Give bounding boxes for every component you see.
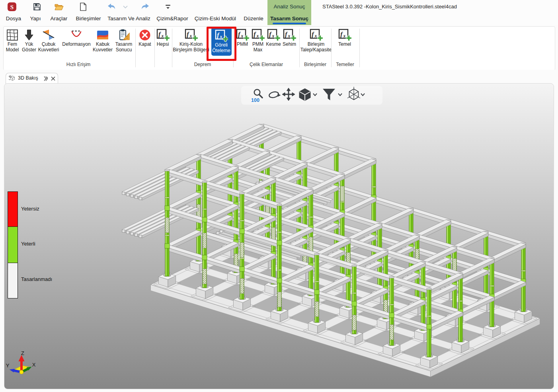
ribbon-button-label: ÇubukKuvvetleri bbox=[37, 42, 60, 53]
ribbon-button-label: PMMMax bbox=[250, 42, 266, 53]
ribbon-button-fem-model[interactable]: FemModel bbox=[3, 28, 21, 53]
tab-3d-view[interactable]: 3D Bakış bbox=[6, 73, 58, 84]
ribbon-button-label: KabukKuvvetler bbox=[91, 42, 115, 53]
ribbon-button-kabuk-kuvvetler[interactable]: KabukKuvvetler bbox=[91, 28, 115, 53]
new-file-icon[interactable] bbox=[78, 2, 89, 12]
active-tab-underline bbox=[273, 23, 306, 24]
svg-text:x: x bbox=[241, 33, 244, 38]
fx-add-icon: fx bbox=[251, 28, 265, 42]
ribbon-group-separator bbox=[299, 29, 300, 67]
svg-text:f: f bbox=[340, 31, 343, 38]
svg-text:f: f bbox=[312, 31, 314, 38]
fx-add-icon: fx bbox=[283, 28, 296, 42]
display-mode-dropdown-icon[interactable] bbox=[313, 94, 317, 96]
window-title: STASteel 3.0.392 -Kolon_Kiris_SismikKont… bbox=[322, 4, 457, 10]
ribbon-button-çubuk-kuvvetleri[interactable]: ÇubukKuvvetleri bbox=[37, 28, 60, 53]
ribbon-group-separator bbox=[359, 29, 360, 67]
fx-add-icon: fx bbox=[267, 28, 280, 42]
fx-add-icon: fx bbox=[338, 28, 351, 42]
ribbon-group-label: Deprem bbox=[171, 62, 234, 67]
load-show-icon bbox=[22, 28, 36, 42]
ribbon-button-label: Kiriş-KolonBirşleşim Bölgesi bbox=[172, 42, 211, 53]
highlight-annotation-box bbox=[207, 27, 236, 61]
tab-3d-view-label: 3D Bakış bbox=[18, 75, 38, 81]
svg-text:x: x bbox=[189, 33, 192, 38]
result-mode-tabs: Analiz SonuçTasarım Sonuç bbox=[267, 0, 311, 25]
ribbon-button-label: TasarımSonucu bbox=[113, 42, 135, 53]
z-axis-label: Z bbox=[21, 350, 24, 356]
ribbon-button-pmm-max[interactable]: fxPMMMax bbox=[250, 28, 266, 53]
redo-icon[interactable] bbox=[140, 2, 150, 12]
ribbon-group-label: Temeller bbox=[313, 62, 377, 67]
ribbon-button-kesme[interactable]: fxKesme bbox=[265, 28, 282, 47]
ribbon-button-yük-göster[interactable]: YükGöster bbox=[20, 28, 38, 53]
view-orientation-cube-icon[interactable] bbox=[347, 87, 360, 100]
undo-dropdown-icon[interactable] bbox=[123, 2, 133, 12]
legend-label-3: Tasarlanmadı bbox=[21, 276, 52, 282]
y-axis-arrow bbox=[10, 369, 15, 372]
ribbon-button-kapat[interactable]: Kapat bbox=[136, 28, 154, 47]
zoom-level-label: 100 bbox=[251, 98, 259, 103]
fx-add-icon: fx bbox=[236, 28, 249, 42]
ribbon-button-deformasyon[interactable]: Deformasyon bbox=[60, 28, 92, 47]
svg-text:x: x bbox=[161, 33, 164, 38]
display-mode-cube-icon[interactable] bbox=[299, 88, 311, 101]
legend-segment-1 bbox=[8, 192, 18, 226]
open-folder-icon[interactable] bbox=[54, 2, 64, 12]
legend-segment-2 bbox=[8, 226, 18, 263]
ribbon-group-label: Hızlı Erişim bbox=[47, 62, 110, 67]
viewport-toolbar: 100 bbox=[241, 86, 382, 105]
legend-color-bar bbox=[8, 191, 18, 298]
zoom-100-icon[interactable]: 100 bbox=[251, 90, 262, 103]
ribbon-button-hepsi[interactable]: fxHepsi bbox=[154, 28, 172, 47]
3d-view-icon bbox=[9, 75, 16, 82]
undo-icon[interactable] bbox=[106, 2, 117, 12]
design-result-icon bbox=[117, 28, 131, 42]
ribbon-button-label: Deformasyon bbox=[60, 42, 92, 47]
app-logo-icon[interactable]: S bbox=[7, 2, 18, 12]
tab-pin-icon[interactable] bbox=[44, 76, 49, 81]
result-tab-1[interactable]: Analiz Sonuç bbox=[267, 4, 311, 10]
ribbon-button-label: Kesme bbox=[265, 42, 282, 47]
x-axis-label: X bbox=[32, 362, 36, 368]
ribbon-button-label: BirleşimTalep/Kapasite bbox=[298, 42, 334, 53]
tab-close-icon[interactable] bbox=[51, 76, 56, 81]
save-icon[interactable] bbox=[32, 2, 43, 12]
ribbon-button-kiriş-kolon-birşleşim-bölgesi[interactable]: fxKiriş-KolonBirşleşim Bölgesi bbox=[172, 28, 211, 53]
pan-icon[interactable] bbox=[282, 88, 295, 101]
fx-add-icon: fx bbox=[309, 28, 323, 42]
close-red-icon bbox=[138, 28, 152, 42]
triad-origin bbox=[20, 370, 23, 374]
svg-text:f: f bbox=[269, 31, 272, 38]
svg-text:f: f bbox=[254, 31, 256, 38]
svg-text:f: f bbox=[238, 31, 241, 38]
svg-text:x: x bbox=[343, 33, 346, 38]
y-axis-label: Y bbox=[6, 363, 10, 369]
menu-bar: DosyaYapıAraçlarBirleşimlerTasarım Ve An… bbox=[0, 14, 267, 25]
ribbon-button-pmm[interactable]: fxPMM bbox=[234, 28, 251, 47]
fem-model-icon bbox=[6, 28, 19, 42]
svg-text:x: x bbox=[288, 33, 291, 38]
ribbon-button-tasarım-sonucu[interactable]: TasarımSonucu bbox=[113, 28, 135, 53]
ribbon-button-label: PMM bbox=[234, 42, 251, 47]
ribbon-button-birleşim-talep-kapasite[interactable]: fxBirleşimTalep/Kapasite bbox=[298, 28, 334, 53]
legend-label-1: Yetersiz bbox=[21, 206, 39, 212]
bar-forces-icon bbox=[42, 28, 55, 42]
result-tab-2[interactable]: Tasarım Sonuç bbox=[267, 16, 311, 21]
customize-toolbar-icon[interactable] bbox=[164, 2, 175, 12]
ribbon-group-separator bbox=[154, 29, 155, 67]
deformation-icon bbox=[70, 28, 83, 42]
ribbon-button-label: YükGöster bbox=[20, 42, 38, 53]
ribbon-button-sehim[interactable]: fxSehim bbox=[281, 28, 298, 47]
viewport-3d[interactable]: 100 YetersizYeterliTasarlanmadı Z X Y bbox=[4, 83, 554, 389]
shell-forces-icon bbox=[96, 28, 109, 42]
filter-icon[interactable] bbox=[323, 89, 335, 100]
svg-text:x: x bbox=[256, 33, 259, 38]
ribbon-group-separator bbox=[135, 29, 136, 67]
legend-label-2: Yeterli bbox=[21, 241, 35, 247]
filter-dropdown-icon[interactable] bbox=[338, 94, 342, 96]
ribbon: FemModelYükGösterÇubukKuvvetleriDeformas… bbox=[3, 26, 555, 70]
ribbon-button-temel[interactable]: fxTemel bbox=[333, 28, 357, 47]
orbit-icon[interactable] bbox=[269, 90, 281, 99]
view-orientation-dropdown-icon[interactable] bbox=[361, 94, 365, 96]
